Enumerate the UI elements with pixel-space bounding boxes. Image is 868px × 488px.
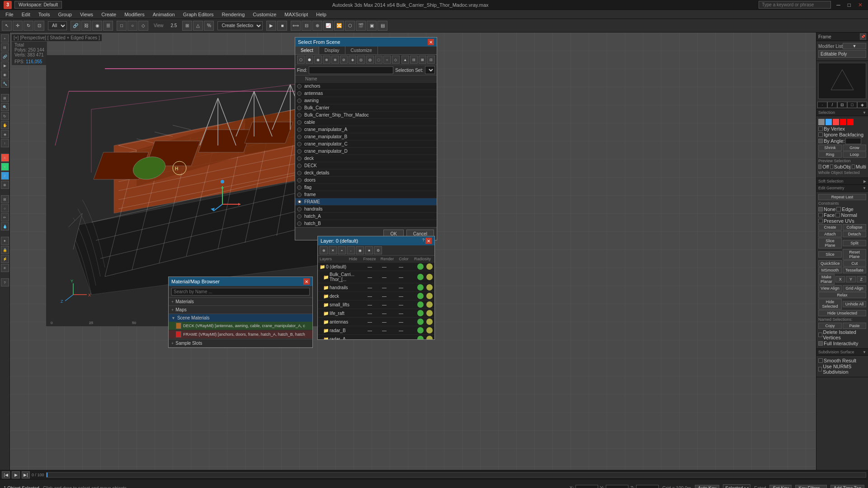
use-nurms-check[interactable] — [818, 367, 822, 371]
edge-btn[interactable]: / — [827, 102, 837, 108]
move-tool[interactable]: ✛ — [13, 21, 23, 31]
material-browser-titlebar[interactable]: Material/Map Browser ✕ — [169, 277, 312, 286]
scene-tool-10[interactable]: ◌ — [375, 56, 382, 64]
scene-item-awning[interactable]: awning — [295, 97, 437, 104]
display-panel-icon[interactable]: ◉ — [1, 70, 9, 79]
subdivision-surface-title[interactable]: Subdivision Surface ▼ — [816, 349, 868, 356]
dialog-close-button[interactable]: ✕ — [428, 39, 434, 45]
scene-tool-2[interactable]: ⬢ — [306, 56, 313, 64]
scene-item-antennas[interactable]: antennas — [295, 90, 437, 97]
fence-select[interactable]: ◇ — [138, 21, 148, 31]
selection-section-title[interactable]: Selection ▼ — [816, 109, 868, 116]
layer-settings[interactable]: ⚙ — [374, 246, 382, 254]
workspace-selector[interactable]: Workspace: Default — [14, 1, 62, 9]
material-browser-close[interactable]: ✕ — [303, 278, 310, 285]
motion-panel-icon[interactable]: ▶ — [1, 61, 9, 70]
layer-delete[interactable]: ✕ — [329, 246, 337, 254]
menu-help[interactable]: Help — [312, 11, 330, 18]
quickslice-btn[interactable]: QuickSlice — [818, 260, 842, 267]
scene-tool-3[interactable]: ◉ — [314, 56, 322, 64]
repeat-last-btn[interactable]: Repeat Last — [818, 194, 866, 200]
menu-customize[interactable]: Customize — [249, 11, 280, 18]
delete-isolated-check[interactable] — [818, 333, 822, 337]
curve-editor[interactable]: 📈 — [323, 21, 333, 31]
scene-materials-section-header[interactable]: ▼ Scene Materials — [169, 314, 312, 322]
menu-create[interactable]: Create — [98, 11, 120, 18]
sel-color-5[interactable] — [847, 119, 854, 125]
add-time-tag-btn[interactable]: Add Time Tag — [830, 485, 864, 488]
particle-icon[interactable]: ✳ — [1, 264, 9, 272]
scene-item-bulk-carrier-ship[interactable]: Bulk_Carrier_Ship_Thor_Madoc — [295, 112, 437, 119]
hierarchy-panel-icon[interactable]: 🔗 — [1, 52, 9, 61]
scene-item-cable[interactable]: cable — [295, 119, 437, 126]
materials-section-header[interactable]: + Materials — [169, 298, 312, 305]
scene-item-flag[interactable]: flag — [295, 184, 437, 191]
y-btn[interactable]: Y — [846, 276, 855, 282]
menu-graph-editors[interactable]: Graph Editors — [179, 11, 217, 18]
scene-item-deck[interactable]: deck — [295, 155, 437, 162]
help-icon[interactable]: ? — [1, 278, 9, 286]
y-coord-input[interactable] — [606, 485, 628, 488]
none-radio[interactable] — [818, 207, 823, 211]
grid-align-btn[interactable]: Grid Align — [843, 285, 866, 291]
stop-btn[interactable]: ■ — [277, 21, 287, 31]
selection-set-select[interactable] — [425, 66, 435, 74]
layer-item-radar-a[interactable]: 📁radar_A ——— — [318, 335, 434, 339]
mat-item-deck[interactable]: DECK (VRayMtl) [antennas, awning, cable,… — [169, 322, 312, 330]
ignore-backfacing-check[interactable] — [818, 132, 823, 137]
menu-edit[interactable]: Edit — [18, 11, 34, 18]
border-btn[interactable]: ⊟ — [837, 102, 847, 108]
relax-btn[interactable]: Relax — [818, 292, 866, 298]
scene-item-anchors[interactable]: anchors — [295, 83, 437, 90]
rotate-tool[interactable]: ↻ — [24, 21, 33, 31]
close-icon[interactable]: ✕ — [856, 2, 864, 8]
layer-item-0[interactable]: 📁0 (default) ——— — [318, 263, 434, 271]
schematic-view[interactable]: 🔀 — [334, 21, 344, 31]
scene-item-hatch-b[interactable]: hatch_B — [295, 220, 437, 227]
z-btn[interactable]: Z — [857, 276, 866, 282]
menu-tools[interactable]: Tools — [35, 11, 54, 18]
layer-icon[interactable]: ⊕ — [320, 246, 328, 254]
create-btn[interactable]: Create — [818, 224, 842, 230]
find-input[interactable] — [309, 66, 393, 74]
menu-views[interactable]: Views — [76, 11, 97, 18]
sel-color-4[interactable] — [840, 119, 846, 125]
render-last[interactable]: ▤ — [377, 21, 387, 31]
tab-select[interactable]: Select — [295, 47, 319, 54]
layer-item-small-lifts[interactable]: 📁small_lifts ——— — [318, 300, 434, 309]
tessellate-btn[interactable]: Tessellate — [843, 267, 866, 273]
viewport[interactable]: [+] [Perspective] [ Shaded + Edged Faces… — [10, 33, 816, 470]
percent-snap[interactable]: % — [204, 21, 214, 31]
menu-rendering[interactable]: Rendering — [218, 11, 249, 18]
layer-item-antennas[interactable]: 📁antennas ——— — [318, 318, 434, 326]
menu-modifiers[interactable]: Modifiers — [121, 11, 148, 18]
attach-btn[interactable]: Attach — [818, 231, 842, 237]
mat-item-frame[interactable]: FRAME (VRayMtl) [anchors, doors, frame, … — [169, 330, 312, 339]
zoom-icon[interactable]: 🔍 — [1, 103, 9, 111]
editable-poly-modifier[interactable]: Editable Poly — [818, 50, 866, 58]
tab-customize[interactable]: Customize — [345, 47, 378, 54]
hide-unselected-btn[interactable]: Hide Unselected — [818, 310, 866, 316]
next-frame-btn[interactable]: ▶| — [22, 471, 30, 479]
scene-tool-5[interactable]: ⊗ — [331, 56, 339, 64]
menu-animation[interactable]: Animation — [149, 11, 179, 18]
layer-item-radar-b[interactable]: 📁radar_B ——— — [318, 326, 434, 335]
sel-color-3[interactable] — [833, 119, 839, 125]
scene-item-FRAME[interactable]: FRAME — [295, 198, 437, 206]
play-anim-btn[interactable]: ▶ — [12, 471, 20, 479]
set-key-btn[interactable]: Set Key — [769, 485, 792, 488]
timeline-track[interactable] — [46, 472, 866, 478]
x-btn[interactable]: X — [835, 276, 845, 282]
layer-item-handrails[interactable]: 📁handrails ——— — [318, 283, 434, 292]
rp-pin-icon[interactable]: 📌 — [860, 33, 866, 40]
render-btn[interactable]: ▣ — [367, 21, 377, 31]
multi-radio[interactable] — [852, 164, 855, 169]
maps-section-header[interactable]: + Maps — [169, 306, 312, 314]
selection-filter[interactable]: All — [48, 21, 67, 30]
align-tool[interactable]: ⊟ — [302, 21, 311, 31]
off-radio[interactable] — [818, 164, 821, 169]
collapse-btn[interactable]: Collapse — [843, 224, 866, 230]
paint-icon[interactable]: ✏ — [1, 213, 9, 221]
scene-sort-2[interactable]: ⊟ — [410, 56, 418, 64]
link-tool[interactable]: 🔗 — [71, 21, 80, 31]
